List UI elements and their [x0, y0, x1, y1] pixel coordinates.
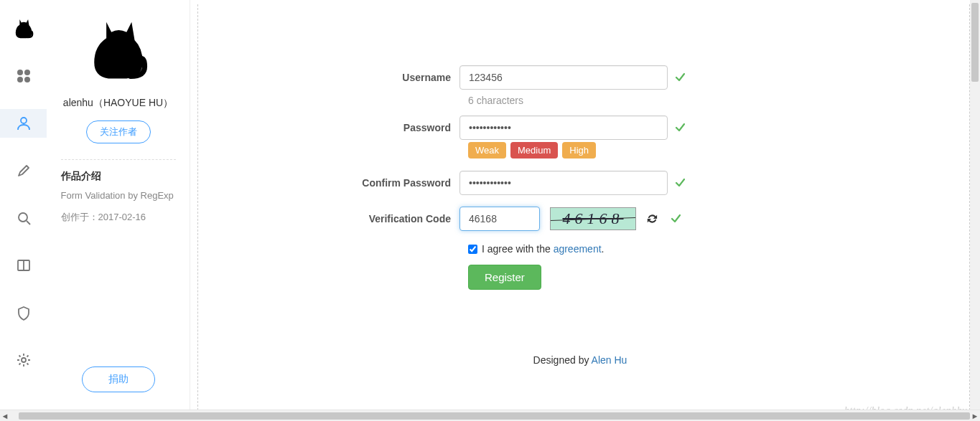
check-icon	[675, 72, 685, 82]
rail-shield[interactable]	[0, 298, 47, 327]
intro-subtitle: Form Validation by RegExp	[61, 190, 176, 201]
row-verification: Verification Code 46168	[330, 204, 830, 233]
label-verification: Verification Code	[330, 213, 459, 224]
input-password[interactable]	[459, 115, 668, 140]
register-button[interactable]: Register	[468, 265, 541, 290]
author-name: alenhu（HAOYUE HU）	[63, 96, 173, 110]
footer: Designed by Alen Hu	[190, 354, 970, 387]
input-username[interactable]	[459, 65, 668, 90]
badge-weak: Weak	[468, 142, 506, 159]
row-username: Username	[330, 63, 830, 92]
donate-button[interactable]: 捐助	[82, 366, 155, 392]
badge-medium: Medium	[510, 142, 558, 159]
agree-prefix: I agree with the	[482, 243, 554, 255]
rail-grid[interactable]	[0, 62, 47, 90]
row-confirm: Confirm Password	[330, 169, 830, 197]
label-username: Username	[330, 72, 459, 83]
intro-title: 作品介绍	[61, 170, 176, 183]
main-canvas: Username 6 characters Password Weak Medi…	[190, 0, 980, 421]
scroll-right-arrow[interactable]: ►	[970, 412, 980, 420]
badge-high: High	[562, 142, 596, 159]
icon-rail	[0, 0, 47, 421]
intro-date: 创作于：2017-02-16	[61, 211, 176, 224]
hint-username: 6 characters	[468, 92, 523, 113]
label-confirm: Confirm Password	[330, 177, 459, 189]
register-form-card: Username 6 characters Password Weak Medi…	[307, 42, 853, 314]
rail-gear[interactable]	[0, 346, 47, 374]
row-agreement: I agree with the agreement.	[330, 243, 830, 255]
row-username-hint: 6 characters	[330, 92, 830, 113]
row-password: Password	[330, 113, 830, 142]
row-submit: Register	[330, 265, 830, 290]
check-icon	[671, 214, 681, 224]
input-verification[interactable]	[459, 207, 540, 231]
rail-pen[interactable]	[0, 156, 47, 185]
rail-book[interactable]	[0, 251, 47, 280]
label-password: Password	[330, 122, 459, 133]
divider	[61, 159, 176, 160]
row-password-strength: Weak Medium High	[330, 142, 830, 159]
horizontal-scrollbar[interactable]: ◄ ►	[0, 410, 980, 421]
scroll-left-arrow[interactable]: ◄	[0, 412, 10, 420]
scroll-thumb[interactable]	[19, 412, 970, 420]
rail-logo[interactable]	[0, 14, 47, 43]
footer-author-link[interactable]: Alen Hu	[592, 354, 627, 366]
agree-suffix: .	[602, 243, 605, 255]
follow-button[interactable]: 关注作者	[86, 120, 151, 143]
checkbox-agree[interactable]	[468, 245, 477, 254]
author-sidebar: alenhu（HAOYUE HU） 关注作者 作品介绍 Form Validat…	[47, 0, 190, 421]
link-agreement[interactable]: agreement	[554, 243, 602, 255]
input-confirm[interactable]	[459, 171, 668, 195]
rail-search[interactable]	[0, 204, 47, 232]
refresh-icon[interactable]	[646, 213, 658, 224]
author-avatar	[83, 14, 154, 86]
check-icon	[675, 123, 685, 133]
rail-user[interactable]	[0, 109, 47, 138]
footer-prefix: Designed by	[533, 354, 592, 366]
captcha-image[interactable]: 46168	[550, 207, 636, 230]
check-icon	[675, 178, 685, 188]
